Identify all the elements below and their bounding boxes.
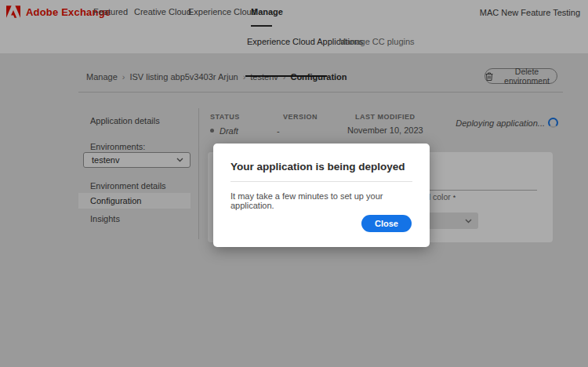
modal-divider — [230, 181, 412, 182]
adobe-exchange-page: Adobe Exchange Featured Creative Cloud E… — [0, 0, 588, 367]
modal-body-text: It may take a few minutes to set up your… — [230, 191, 412, 210]
deployment-modal: Your application is being deployed It ma… — [213, 144, 430, 247]
modal-title: Your application is being deployed — [230, 161, 412, 173]
close-button[interactable]: Close — [361, 215, 412, 232]
